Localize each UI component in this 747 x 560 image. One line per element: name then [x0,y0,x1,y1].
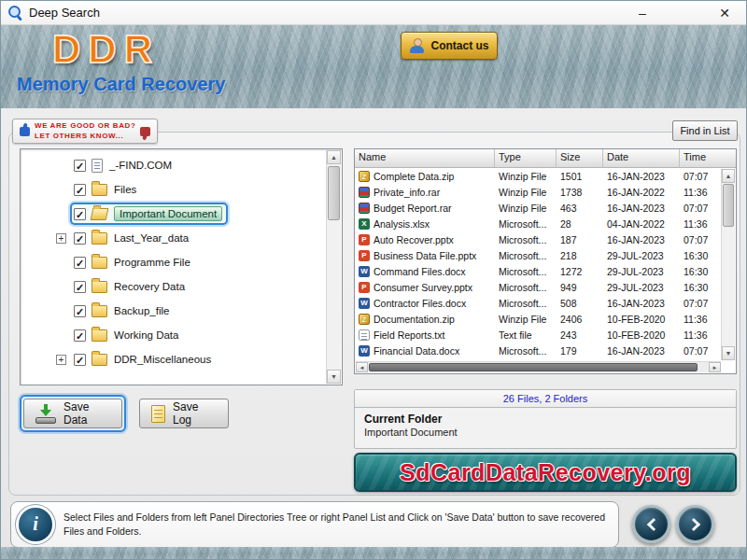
file-name: Analysis.xlsx [374,218,430,230]
contact-us-button[interactable]: Contact us [401,32,498,60]
expand-icon[interactable]: + [56,355,66,365]
file-row[interactable]: Consumer Survey.pptxMicrosoft...94929-JU… [355,279,721,295]
zip-file-icon [359,171,370,182]
tree-item-files[interactable]: ✓Files [21,177,325,202]
horizontal-scrollbar-thumb[interactable] [369,363,698,371]
find-in-list-button[interactable]: Find in List [672,120,738,141]
checkbox[interactable]: ✓ [74,281,86,293]
file-type: Microsoft... [495,298,557,309]
file-size: 243 [557,329,603,341]
tree-item--find-com[interactable]: ✓_-FIND.COM [21,153,325,177]
tree-item-label: Working Data [114,329,178,341]
folder-icon [92,232,107,245]
file-row[interactable]: Documentation.zipWinzip File240610-FEB-2… [355,311,721,327]
file-row[interactable]: Field Reports.txtText file24310-FEB-2020… [355,327,721,343]
file-date: 16-JAN-2023 [603,203,680,214]
tree-scrollbar[interactable]: ▲ ▼ [326,150,341,384]
tree-item-recovery-data[interactable]: ✓Recovery Data [21,274,325,299]
checkbox[interactable]: ✓ [74,184,86,196]
file-type: Microsoft... [495,266,557,277]
list-scrollbar-thumb[interactable] [723,184,734,227]
column-header-time[interactable]: Time [680,149,736,168]
checkbox[interactable]: ✓ [74,208,86,220]
file-time: 11:36 [680,314,721,325]
file-time: 16:30 [680,266,721,277]
folder-icon [92,184,107,196]
scroll-right-icon[interactable]: ► [709,362,721,372]
file-row[interactable]: Analysis.xlsxMicrosoft...2804-JAN-202211… [355,216,721,231]
file-row[interactable]: Command Files.docxMicrosoft...127229-JUL… [355,263,721,279]
list-horizontal-scrollbar[interactable]: ◄ ► [356,361,721,372]
list-vertical-scrollbar[interactable]: ▲ ▼ [721,169,735,360]
directory-tree: ✓_-FIND.COM✓Files✓Important Document+✓La… [21,153,325,385]
back-button[interactable] [632,505,670,543]
file-name: Financial Data.docx [374,345,459,357]
save-data-label: Save Data [63,400,110,427]
expand-icon[interactable]: + [56,233,66,244]
file-row[interactable]: Budget Report.rarWinzip File46316-JAN-20… [355,200,721,216]
column-header-name[interactable]: Name [355,149,495,168]
window-title: Deep Search [29,6,100,20]
scroll-up-icon[interactable]: ▲ [327,150,341,164]
bottom-strip [1,547,746,559]
save-data-button[interactable]: Save Data [23,399,122,428]
pptx-file-icon [359,234,370,245]
file-time: 11:36 [680,329,721,341]
save-log-label: Save Log [173,400,217,427]
checkbox[interactable]: ✓ [74,354,86,366]
file-type: Winzip File [495,187,557,198]
file-row[interactable]: Auto Recover.pptxMicrosoft...18716-JAN-2… [355,231,721,247]
close-button[interactable]: ✕ [711,3,739,23]
checkbox[interactable]: ✓ [74,305,86,317]
tree-item-backup-file[interactable]: ✓Backup_file [21,299,325,323]
file-row[interactable]: Private_info.rarWinzip File173816-JAN-20… [355,184,721,200]
file-size: 1501 [557,171,603,182]
tree-item-important-document[interactable]: ✓Important Document [21,202,325,226]
forward-button[interactable] [676,505,714,543]
minimize-button[interactable]: – [628,3,656,23]
checkbox[interactable]: ✓ [74,257,86,269]
file-row[interactable]: Financial Data.docxMicrosoft...17916-JAN… [355,343,721,358]
current-folder-panel: 26 Files, 2 Folders Current Folder Impor… [354,389,737,449]
column-header-size[interactable]: Size [557,149,603,168]
file-row[interactable]: Complete Data.zipWinzip File150116-JAN-2… [355,168,721,184]
tree-item-working-data[interactable]: ✓Working Data [21,323,325,347]
checkbox[interactable]: ✓ [74,232,86,245]
column-header-date[interactable]: Date [603,149,680,168]
titlebar: Deep Search – ✕ [1,1,746,25]
file-size: 187 [557,234,603,245]
instruction-bar: Select Files and Folders from left Panel… [10,501,619,548]
file-time: 11:36 [680,187,721,198]
file-size: 218 [557,250,603,261]
tree-item-last-year-data[interactable]: +✓Last_Year_data [21,226,325,250]
file-name: Documentation.zip [374,314,455,325]
file-type: Winzip File [495,171,557,182]
column-header-type[interactable]: Type [495,149,557,168]
file-icon [92,159,103,173]
file-type: Microsoft... [495,345,557,357]
tree-item-programme-file[interactable]: ✓Programme File [21,250,325,274]
scroll-down-icon[interactable]: ▼ [722,346,735,360]
feedback-badge[interactable]: WE ARE GOOD OR BAD? LET OTHERS KNOW... [12,119,158,144]
watermark-banner: SdCardDataRecovery.org [354,453,737,492]
scroll-up-icon[interactable]: ▲ [722,169,735,183]
file-name: Private_info.rar [374,187,440,198]
folder-icon [92,305,107,317]
brand-logo: DDR [52,27,160,72]
file-row[interactable]: Contractor Files.docxMicrosoft...50816-J… [355,295,721,311]
tree-item-label: Last_Year_data [114,232,189,244]
file-size: 28 [557,218,603,230]
scroll-down-icon[interactable]: ▼ [327,370,341,384]
app-icon [8,6,22,20]
file-time: 07:07 [680,345,721,357]
save-log-button[interactable]: Save Log [139,399,229,428]
file-row[interactable]: Business Data File.pptxMicrosoft...21829… [355,247,721,263]
tree-item-ddr-miscellaneous[interactable]: +✓DDR_Miscellaneous [21,347,325,371]
tree-scrollbar-thumb[interactable] [328,166,340,220]
file-name: Budget Report.rar [374,203,451,214]
scroll-left-icon[interactable]: ◄ [356,362,368,372]
checkbox[interactable]: ✓ [74,329,86,342]
file-date: 29-JUL-2023 [603,250,680,261]
file-date: 29-JUL-2023 [603,266,680,277]
checkbox[interactable]: ✓ [74,160,86,172]
